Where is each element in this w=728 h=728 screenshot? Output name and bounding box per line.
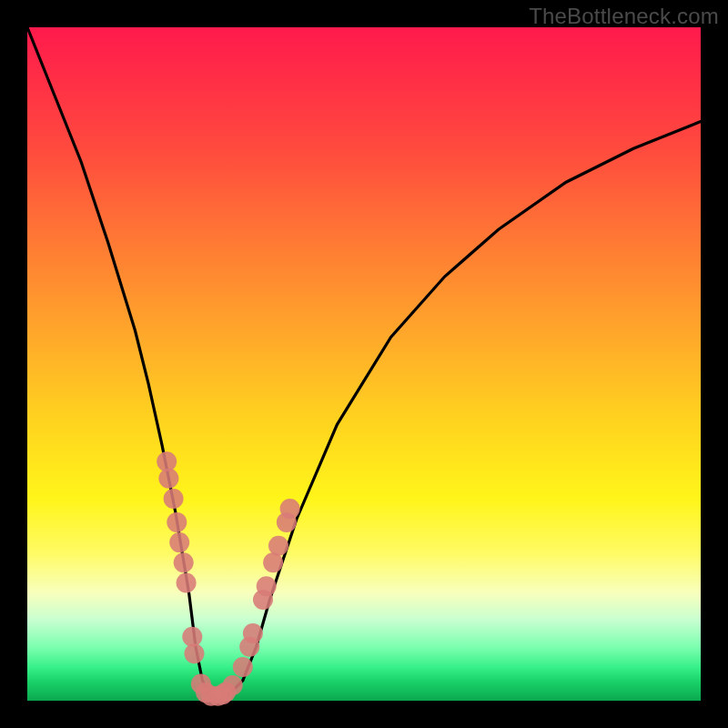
scatter-dot (157, 451, 177, 471)
scatter-dot (164, 489, 184, 509)
scatter-dots (157, 451, 299, 706)
scatter-dot (174, 552, 194, 572)
scatter-dot (280, 499, 300, 519)
scatter-dot (223, 675, 243, 695)
bottleneck-curve (27, 27, 701, 701)
curve-group (27, 27, 701, 701)
scatter-dot (243, 623, 263, 643)
scatter-dot (169, 532, 189, 552)
scatter-dot (158, 469, 178, 489)
scatter-dot (257, 576, 277, 596)
scatter-dot (182, 627, 202, 647)
scatter-dot (233, 657, 253, 677)
chart-overlay (0, 0, 728, 728)
scatter-dot (167, 512, 187, 532)
chart-frame: TheBottleneck.com (0, 0, 728, 728)
scatter-dot (268, 536, 288, 556)
scatter-dot (185, 643, 205, 663)
scatter-dot (177, 573, 197, 593)
watermark-text: TheBottleneck.com (529, 4, 719, 29)
